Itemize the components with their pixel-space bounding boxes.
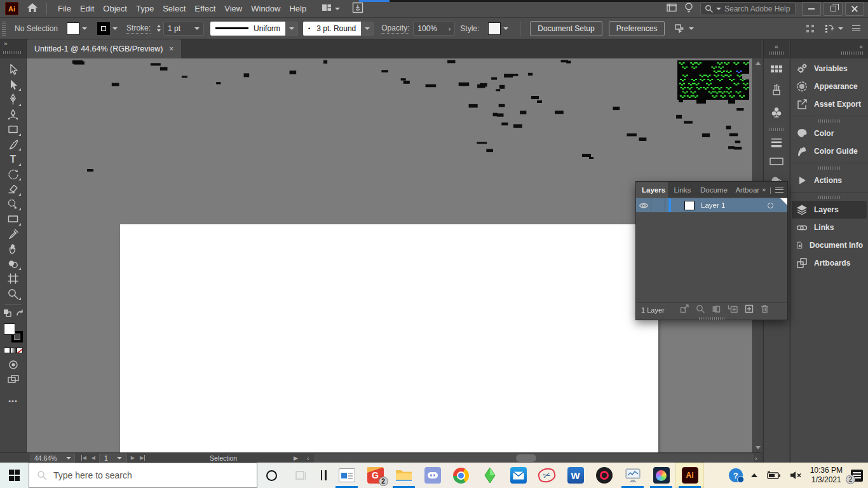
zoom-tool[interactable] [5, 287, 22, 302]
tab-layers[interactable]: Layers [636, 182, 668, 198]
layer-target-icon[interactable] [768, 203, 773, 208]
swap-fill-stroke-icon[interactable] [15, 309, 24, 320]
align-glyphs-dropdown[interactable] [673, 23, 694, 34]
opacity-field[interactable]: 100%› [413, 22, 455, 36]
draw-mode-button[interactable] [5, 357, 22, 372]
restore-button[interactable] [824, 2, 843, 16]
stroke-panel-link[interactable]: Stroke: [126, 24, 151, 34]
rectangle-tool[interactable] [5, 122, 22, 137]
volume-muted-icon[interactable] [789, 470, 802, 480]
panel-resize-grip[interactable] [636, 317, 787, 320]
control-bar-grip[interactable] [2, 22, 6, 36]
locate-object-icon[interactable] [695, 304, 705, 316]
icon-strip-grip[interactable] [770, 51, 783, 55]
menu-select[interactable]: Select [158, 1, 190, 16]
menu-object[interactable]: Object [98, 1, 132, 16]
icon-strip-divider-grip[interactable] [770, 128, 783, 131]
taskbar-app-discord[interactable] [418, 463, 447, 488]
collect-for-export-icon[interactable] [679, 304, 689, 316]
brushes-panel-icon[interactable] [770, 83, 783, 100]
dock-item-layers[interactable]: Layers [792, 201, 867, 219]
layer-thumbnail[interactable] [684, 201, 695, 210]
first-artboard-button[interactable]: ◀ [81, 455, 86, 461]
menu-window[interactable]: Window [247, 1, 285, 16]
help-search-input[interactable] [724, 4, 791, 13]
fill-indicator[interactable] [4, 323, 15, 335]
menu-view[interactable]: View [220, 1, 247, 16]
fill-swatch[interactable] [67, 22, 79, 35]
pen-tool[interactable] [5, 92, 22, 107]
symbols-panel-icon[interactable] [770, 105, 783, 122]
prev-artboard-button[interactable]: ◀ [92, 455, 95, 461]
none-button[interactable] [17, 348, 23, 353]
scroll-up-icon[interactable] [756, 62, 761, 65]
curvature-tool[interactable] [5, 107, 22, 123]
opacity-link[interactable]: Opacity: [381, 24, 409, 34]
home-icon[interactable] [26, 1, 39, 17]
dock-item-actions[interactable]: Actions [792, 172, 867, 189]
mini-fill-stroke-icon[interactable] [3, 308, 13, 321]
status-play-icon[interactable]: ▶ [294, 455, 298, 461]
tab-links[interactable]: Links [668, 182, 695, 198]
stroke-weight-stepper[interactable] [157, 25, 161, 32]
battery-charging-icon[interactable] [766, 471, 781, 480]
illustrator-logo-icon[interactable]: Ai [5, 2, 18, 15]
eraser-tool[interactable] [5, 182, 22, 197]
new-layer-icon[interactable] [744, 304, 754, 316]
get-help-icon[interactable]: ? [729, 468, 743, 482]
show-hidden-icons-chevron[interactable] [751, 473, 757, 477]
next-artboard-button[interactable]: ▶ [131, 455, 135, 461]
dock-grip[interactable] [841, 51, 863, 55]
dock-item-variables[interactable]: Variables [792, 60, 867, 78]
artboard[interactable] [120, 224, 658, 452]
document-close-icon[interactable]: × [169, 44, 173, 53]
gradient-tool[interactable] [5, 212, 22, 227]
pinned-app-bars[interactable] [315, 463, 332, 488]
lock-cell[interactable] [651, 198, 665, 212]
style-swatch[interactable] [488, 22, 501, 35]
dock-item-document-info[interactable]: Document Info [792, 236, 867, 254]
shaper-overlap-tool[interactable] [5, 257, 22, 272]
dock-item-color-guide[interactable]: Color Guide [792, 142, 867, 160]
dock-item-asset-export[interactable]: Asset Export [792, 95, 867, 113]
taskbar-app-feed[interactable] [332, 463, 361, 488]
type-tool[interactable]: T [5, 152, 22, 167]
taskbar-app-mail[interactable] [504, 463, 532, 488]
taskbar-app-snip[interactable]: ✂ [532, 463, 561, 488]
selection-tool[interactable] [5, 62, 22, 78]
menu-file[interactable]: File [53, 1, 76, 16]
touch-workspace-icon[interactable] [351, 1, 364, 17]
taskbar-app-chrome[interactable] [447, 463, 475, 488]
dock-item-artboards[interactable]: Artboards [792, 254, 867, 272]
menu-effect[interactable]: Effect [190, 1, 220, 16]
fill-color-dropdown[interactable] [64, 21, 90, 36]
collapse-strip-icon[interactable]: « [775, 43, 778, 50]
stroke-weight-field[interactable]: 1 pt [163, 22, 204, 36]
taskbar-search-input[interactable] [53, 470, 231, 480]
panel-expand-icon[interactable]: » [762, 186, 766, 193]
control-bar-menu-icon[interactable] [852, 25, 860, 31]
stroke-swatch[interactable] [97, 22, 110, 35]
tab-artboards[interactable]: Artboar [729, 182, 762, 198]
dock-item-links[interactable]: Links [792, 219, 867, 236]
swatches-panel-icon[interactable] [770, 64, 783, 78]
cortana-button[interactable] [257, 463, 286, 488]
scroll-left-icon[interactable]: ‹ [307, 454, 309, 462]
search-scope-chevron-icon[interactable] [716, 8, 721, 10]
workspace-layout-icon[interactable] [321, 3, 332, 15]
paintbrush-tool[interactable] [5, 137, 22, 152]
scroll-down-icon[interactable] [756, 446, 761, 449]
taskbar-app-word[interactable]: W [561, 463, 590, 488]
layer-name[interactable]: Layer 1 [701, 201, 725, 209]
document-tab[interactable]: Untitled-1 @ 44.64% (RGB/Preview) × [27, 39, 181, 58]
style-dropdown[interactable] [485, 21, 511, 36]
taskbar-app-explorer[interactable] [390, 463, 418, 488]
new-sublayer-icon[interactable] [727, 304, 738, 316]
arrange-documents-icon[interactable] [666, 3, 677, 15]
menu-type[interactable]: Type [132, 1, 158, 16]
hand-tool[interactable] [5, 241, 22, 257]
artboard-number-dropdown[interactable]: 1 [99, 454, 127, 463]
document-setup-button[interactable]: Document Setup [530, 21, 602, 36]
minimize-button[interactable] [802, 2, 821, 16]
taskbar-app-illustrator[interactable]: Ai [675, 463, 704, 488]
